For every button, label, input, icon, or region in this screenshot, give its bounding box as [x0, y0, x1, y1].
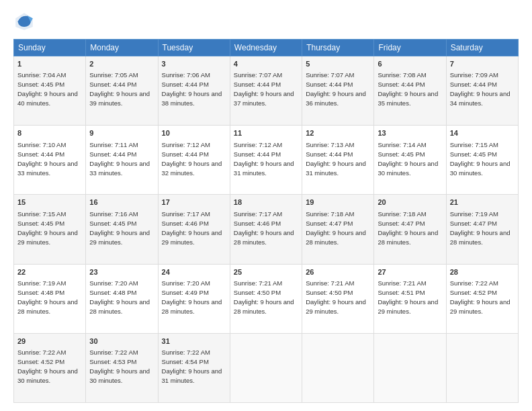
day-info: Sunrise: 7:22 AMSunset: 4:53 PMDaylight:…	[89, 349, 150, 384]
calendar-cell: 22 Sunrise: 7:19 AMSunset: 4:48 PMDaylig…	[14, 264, 86, 333]
day-number: 16	[89, 197, 154, 208]
day-number: 30	[89, 336, 154, 347]
calendar-cell	[374, 333, 446, 402]
calendar-cell: 28 Sunrise: 7:22 AMSunset: 4:52 PMDaylig…	[446, 264, 518, 333]
calendar-cell: 15 Sunrise: 7:15 AMSunset: 4:45 PMDaylig…	[14, 195, 86, 264]
calendar-cell: 10 Sunrise: 7:12 AMSunset: 4:44 PMDaylig…	[158, 126, 230, 195]
header	[13, 11, 519, 32]
day-info: Sunrise: 7:18 AMSunset: 4:47 PMDaylight:…	[378, 210, 438, 246]
calendar-cell: 17 Sunrise: 7:17 AMSunset: 4:46 PMDaylig…	[158, 195, 230, 264]
day-info: Sunrise: 7:07 AMSunset: 4:44 PMDaylight:…	[306, 71, 366, 107]
calendar-cell: 14 Sunrise: 7:15 AMSunset: 4:45 PMDaylig…	[446, 126, 518, 195]
day-number: 6	[378, 59, 442, 69]
calendar-cell: 2 Sunrise: 7:05 AMSunset: 4:44 PMDayligh…	[86, 56, 158, 126]
day-info: Sunrise: 7:12 AMSunset: 4:44 PMDaylight:…	[162, 141, 222, 177]
day-number: 18	[234, 197, 298, 208]
day-info: Sunrise: 7:12 AMSunset: 4:44 PMDaylight:…	[234, 141, 294, 177]
calendar-cell: 27 Sunrise: 7:21 AMSunset: 4:51 PMDaylig…	[374, 264, 446, 333]
day-number: 5	[306, 59, 370, 69]
calendar-cell: 12 Sunrise: 7:13 AMSunset: 4:44 PMDaylig…	[302, 126, 374, 195]
day-number: 20	[378, 197, 442, 208]
calendar-cell: 4 Sunrise: 7:07 AMSunset: 4:44 PMDayligh…	[230, 56, 302, 126]
day-info: Sunrise: 7:08 AMSunset: 4:44 PMDaylight:…	[378, 71, 438, 107]
day-number: 26	[306, 267, 370, 277]
day-info: Sunrise: 7:15 AMSunset: 4:45 PMDaylight:…	[17, 210, 78, 246]
calendar-cell: 25 Sunrise: 7:21 AMSunset: 4:50 PMDaylig…	[230, 264, 302, 333]
calendar-cell: 1 Sunrise: 7:04 AMSunset: 4:45 PMDayligh…	[14, 56, 86, 126]
day-info: Sunrise: 7:05 AMSunset: 4:44 PMDaylight:…	[89, 71, 150, 107]
calendar-cell: 23 Sunrise: 7:20 AMSunset: 4:48 PMDaylig…	[86, 264, 158, 333]
calendar-cell: 31 Sunrise: 7:22 AMSunset: 4:54 PMDaylig…	[158, 333, 230, 402]
calendar-cell: 8 Sunrise: 7:10 AMSunset: 4:44 PMDayligh…	[14, 126, 86, 195]
day-number: 9	[89, 128, 154, 138]
day-number: 12	[306, 128, 370, 138]
day-info: Sunrise: 7:20 AMSunset: 4:48 PMDaylight:…	[89, 279, 150, 315]
calendar-cell	[230, 333, 302, 402]
calendar-cell: 19 Sunrise: 7:18 AMSunset: 4:47 PMDaylig…	[302, 195, 374, 264]
calendar-week-row: 22 Sunrise: 7:19 AMSunset: 4:48 PMDaylig…	[14, 264, 519, 333]
day-info: Sunrise: 7:21 AMSunset: 4:50 PMDaylight:…	[306, 279, 366, 315]
day-number: 24	[162, 267, 226, 277]
calendar-cell	[446, 333, 518, 402]
calendar-cell: 18 Sunrise: 7:17 AMSunset: 4:46 PMDaylig…	[230, 195, 302, 264]
day-info: Sunrise: 7:07 AMSunset: 4:44 PMDaylight:…	[234, 71, 294, 107]
day-number: 4	[234, 59, 298, 69]
day-number: 14	[450, 128, 515, 138]
calendar-week-row: 15 Sunrise: 7:15 AMSunset: 4:45 PMDaylig…	[14, 195, 519, 264]
day-number: 19	[306, 197, 370, 208]
day-info: Sunrise: 7:10 AMSunset: 4:44 PMDaylight:…	[17, 141, 78, 177]
day-info: Sunrise: 7:22 AMSunset: 4:52 PMDaylight:…	[17, 349, 78, 384]
day-number: 17	[162, 197, 226, 208]
calendar-header-sunday: Sunday	[14, 40, 86, 56]
logo	[13, 11, 38, 32]
day-info: Sunrise: 7:13 AMSunset: 4:44 PMDaylight:…	[306, 141, 366, 177]
calendar-cell: 29 Sunrise: 7:22 AMSunset: 4:52 PMDaylig…	[14, 333, 86, 402]
day-number: 23	[89, 267, 154, 277]
calendar-cell: 11 Sunrise: 7:12 AMSunset: 4:44 PMDaylig…	[230, 126, 302, 195]
calendar-header-friday: Friday	[374, 40, 446, 56]
calendar-header-monday: Monday	[86, 40, 158, 56]
day-info: Sunrise: 7:18 AMSunset: 4:47 PMDaylight:…	[306, 210, 366, 246]
day-info: Sunrise: 7:06 AMSunset: 4:44 PMDaylight:…	[162, 71, 222, 107]
calendar-cell	[302, 333, 374, 402]
calendar-cell: 5 Sunrise: 7:07 AMSunset: 4:44 PMDayligh…	[302, 56, 374, 126]
day-info: Sunrise: 7:20 AMSunset: 4:49 PMDaylight:…	[162, 279, 222, 315]
day-number: 10	[162, 128, 226, 138]
day-number: 13	[378, 128, 442, 138]
day-number: 25	[234, 267, 298, 277]
calendar-cell: 16 Sunrise: 7:16 AMSunset: 4:45 PMDaylig…	[86, 195, 158, 264]
calendar-cell: 6 Sunrise: 7:08 AMSunset: 4:44 PMDayligh…	[374, 56, 446, 126]
day-number: 22	[17, 267, 82, 277]
day-info: Sunrise: 7:15 AMSunset: 4:45 PMDaylight:…	[450, 141, 511, 177]
day-number: 15	[17, 197, 82, 208]
day-info: Sunrise: 7:21 AMSunset: 4:50 PMDaylight:…	[234, 279, 294, 315]
day-info: Sunrise: 7:22 AMSunset: 4:54 PMDaylight:…	[162, 349, 222, 384]
day-info: Sunrise: 7:17 AMSunset: 4:46 PMDaylight:…	[234, 210, 294, 246]
day-number: 8	[17, 128, 82, 138]
day-number: 21	[450, 197, 515, 208]
day-info: Sunrise: 7:11 AMSunset: 4:44 PMDaylight:…	[89, 141, 150, 177]
calendar-header-thursday: Thursday	[302, 40, 374, 56]
day-number: 3	[162, 59, 226, 69]
day-info: Sunrise: 7:16 AMSunset: 4:45 PMDaylight:…	[89, 210, 150, 246]
day-info: Sunrise: 7:19 AMSunset: 4:47 PMDaylight:…	[450, 210, 511, 246]
day-info: Sunrise: 7:21 AMSunset: 4:51 PMDaylight:…	[378, 279, 438, 315]
day-info: Sunrise: 7:09 AMSunset: 4:44 PMDaylight:…	[450, 71, 511, 107]
calendar-cell: 20 Sunrise: 7:18 AMSunset: 4:47 PMDaylig…	[374, 195, 446, 264]
calendar-cell: 24 Sunrise: 7:20 AMSunset: 4:49 PMDaylig…	[158, 264, 230, 333]
calendar-header-row: SundayMondayTuesdayWednesdayThursdayFrid…	[14, 40, 519, 56]
day-number: 2	[89, 59, 154, 69]
day-info: Sunrise: 7:14 AMSunset: 4:45 PMDaylight:…	[378, 141, 438, 177]
day-number: 27	[378, 267, 442, 277]
day-info: Sunrise: 7:04 AMSunset: 4:45 PMDaylight:…	[17, 71, 78, 107]
calendar-header-wednesday: Wednesday	[230, 40, 302, 56]
calendar-header-tuesday: Tuesday	[158, 40, 230, 56]
day-number: 29	[17, 336, 82, 347]
calendar-table: SundayMondayTuesdayWednesdayThursdayFrid…	[13, 39, 519, 403]
calendar-cell: 9 Sunrise: 7:11 AMSunset: 4:44 PMDayligh…	[86, 126, 158, 195]
calendar-cell: 21 Sunrise: 7:19 AMSunset: 4:47 PMDaylig…	[446, 195, 518, 264]
day-info: Sunrise: 7:19 AMSunset: 4:48 PMDaylight:…	[17, 279, 78, 315]
day-info: Sunrise: 7:17 AMSunset: 4:46 PMDaylight:…	[162, 210, 222, 246]
calendar-header-saturday: Saturday	[446, 40, 518, 56]
calendar-cell: 3 Sunrise: 7:06 AMSunset: 4:44 PMDayligh…	[158, 56, 230, 126]
